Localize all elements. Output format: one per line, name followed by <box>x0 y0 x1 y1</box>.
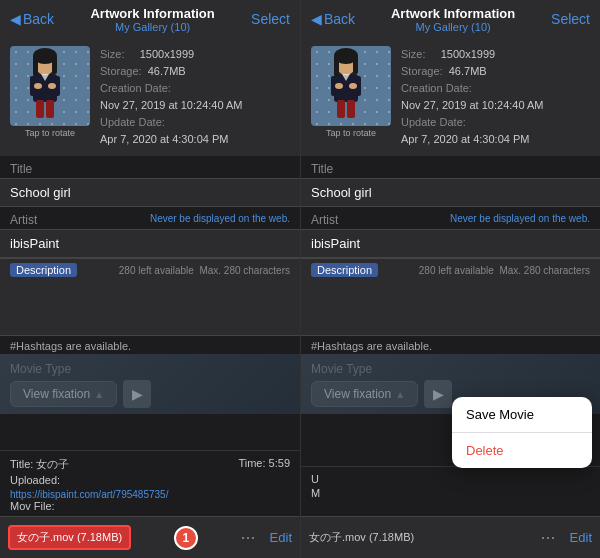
back-button-left[interactable]: ◀ Back <box>10 11 54 27</box>
artist-group-right: Artist Never be displayed on the web. ib… <box>301 207 600 258</box>
uploaded-row-left: Uploaded: <box>10 474 290 486</box>
hashtag-note-right: #Hashtags are available. <box>301 336 600 356</box>
uploaded-link-left[interactable]: https://ibispaint.com/art/795485735/ <box>10 488 290 500</box>
title-group-right: Title School girl <box>301 156 600 207</box>
description-group-left: Description 280 left available Max. 280 … <box>0 258 300 336</box>
description-label-left: Description <box>10 263 77 277</box>
thumbnail-image-left <box>10 46 90 126</box>
title-label-right: Title <box>301 156 600 178</box>
thumbnail-image-right <box>311 46 391 126</box>
bottom-info-left: Title: 女の子 Time: 5:59 Uploaded: https://… <box>0 450 300 516</box>
artwork-storage-right: 46.7MB <box>449 65 487 77</box>
artist-input-left[interactable]: ibisPaint <box>0 229 300 258</box>
artwork-thumbnail-left[interactable]: Tap to rotate <box>10 46 90 138</box>
svg-rect-5 <box>46 100 54 118</box>
description-input-left[interactable] <box>0 281 300 336</box>
mov-file-row-left: Mov File: <box>10 500 290 512</box>
svg-point-12 <box>48 83 56 89</box>
artwork-thumbnail-right[interactable]: Tap to rotate <box>311 46 391 138</box>
artist-note-right: Never be displayed on the web. <box>450 213 590 224</box>
edit-button-right[interactable]: Edit <box>570 530 592 545</box>
artwork-size-right: 1500x1999 <box>441 48 495 60</box>
description-meta-right: 280 left available Max. 280 characters <box>419 265 590 276</box>
chars-left-left: 280 <box>119 265 136 276</box>
time-info-left: Time: 5:59 <box>238 457 290 472</box>
svg-rect-21 <box>334 56 339 76</box>
uploaded-row-right: U <box>311 473 590 485</box>
artwork-storage-left: 46.7MB <box>148 65 186 77</box>
mov-file-label-right: M <box>311 487 320 499</box>
svg-rect-9 <box>52 56 57 74</box>
bottom-toolbar-left: 女の子.mov (7.18MB) 1 ··· Edit <box>0 516 300 558</box>
title-group-left: Title School girl <box>0 156 300 207</box>
context-menu: Save Movie Delete <box>452 397 592 468</box>
mov-file-label-left: Mov File: <box>10 500 55 512</box>
page-title-right: Artwork Information <box>391 6 515 21</box>
svg-rect-8 <box>33 56 38 76</box>
artwork-update-right: Apr 7, 2020 at 4:30:04 PM <box>401 133 529 145</box>
artist-input-right[interactable]: ibisPaint <box>301 229 600 258</box>
back-label-right: Back <box>324 11 355 27</box>
nav-bar-left: ◀ Back Artwork Information My Gallery (1… <box>0 0 300 38</box>
svg-rect-18 <box>347 100 355 118</box>
bottom-info-right: U M <box>301 466 600 516</box>
badge-left: 1 <box>174 526 198 550</box>
delete-menu-item[interactable]: Delete <box>452 433 592 468</box>
chars-left-right: 280 <box>419 265 436 276</box>
svg-rect-17 <box>337 100 345 118</box>
edit-button-left[interactable]: Edit <box>270 530 292 545</box>
nav-title-left: Artwork Information My Gallery (10) <box>90 6 214 33</box>
gallery-label-right: My Gallery (10) <box>391 21 515 33</box>
tap-to-rotate-left: Tap to rotate <box>10 128 90 138</box>
back-label-left: Back <box>23 11 54 27</box>
artwork-size-left: 1500x1999 <box>140 48 194 60</box>
page-title-left: Artwork Information <box>90 6 214 21</box>
toolbar-icons-left: ··· Edit <box>241 527 292 548</box>
artist-label-left: Artist Never be displayed on the web. <box>0 207 300 229</box>
dots-icon-left[interactable]: ··· <box>241 527 256 548</box>
svg-point-24 <box>335 83 343 89</box>
uploaded-url-left[interactable]: https://ibispaint.com/art/795485735/ <box>10 489 168 500</box>
title-input-right[interactable]: School girl <box>301 178 600 207</box>
artwork-header-right: Tap to rotate Size: 1500x1999 Storage: 4… <box>301 38 600 156</box>
artwork-creation-left: Nov 27, 2019 at 10:24:40 AM <box>100 99 243 111</box>
bottom-toolbar-right: 女の子.mov (7.18MB) ··· Edit <box>301 516 600 558</box>
artist-label-right: Artist Never be displayed on the web. <box>301 207 600 229</box>
right-panel: ◀ Back Artwork Information My Gallery (1… <box>300 0 600 558</box>
artist-note-left: Never be displayed on the web. <box>150 213 290 224</box>
description-header-right: Description 280 left available Max. 280 … <box>301 258 600 281</box>
dots-icon-right[interactable]: ··· <box>541 527 556 548</box>
description-label-right: Description <box>311 263 378 277</box>
save-movie-menu-item[interactable]: Save Movie <box>452 397 592 433</box>
toolbar-icons-right: ··· Edit <box>541 527 592 548</box>
artist-group-left: Artist Never be displayed on the web. ib… <box>0 207 300 258</box>
file-tag-left[interactable]: 女の子.mov (7.18MB) <box>8 525 131 550</box>
hashtag-note-left: #Hashtags are available. <box>0 336 300 356</box>
svg-rect-4 <box>36 100 44 118</box>
title-label-left: Title <box>0 156 300 178</box>
svg-rect-22 <box>353 56 358 74</box>
artwork-meta-right: Size: 1500x1999 Storage: 46.7MB Creation… <box>401 46 590 148</box>
uploaded-label-left: Uploaded: <box>10 474 60 486</box>
chevron-left-icon-right: ◀ <box>311 11 322 27</box>
description-input-right[interactable] <box>301 281 600 336</box>
artwork-meta-left: Size: 1500x1999 Storage: 46.7MB Creation… <box>100 46 290 148</box>
svg-point-11 <box>34 83 42 89</box>
description-meta-left: 280 left available Max. 280 characters <box>119 265 290 276</box>
mov-file-row-right: M <box>311 487 590 499</box>
file-tag-right: 女の子.mov (7.18MB) <box>309 530 414 545</box>
title-info-left: Title: 女の子 <box>10 457 70 472</box>
title-input-left[interactable]: School girl <box>0 178 300 207</box>
nav-bar-right: ◀ Back Artwork Information My Gallery (1… <box>301 0 600 38</box>
select-button-left[interactable]: Select <box>251 11 290 27</box>
select-button-right[interactable]: Select <box>551 11 590 27</box>
title-time-row: Title: 女の子 Time: 5:59 <box>10 457 290 472</box>
nav-title-right: Artwork Information My Gallery (10) <box>391 6 515 33</box>
gallery-label-left: My Gallery (10) <box>90 21 214 33</box>
back-button-right[interactable]: ◀ Back <box>311 11 355 27</box>
artwork-header-left: Tap to rotate Size: 1500x1999 Storage: 4… <box>0 38 300 156</box>
content-area-left: Title School girl Artist Never be displa… <box>0 156 300 450</box>
movie-section-left: Movie Type View fixation ▲ ▶ <box>0 356 300 414</box>
description-group-right: Description 280 left available Max. 280 … <box>301 258 600 336</box>
uploaded-label-right: U <box>311 473 319 485</box>
